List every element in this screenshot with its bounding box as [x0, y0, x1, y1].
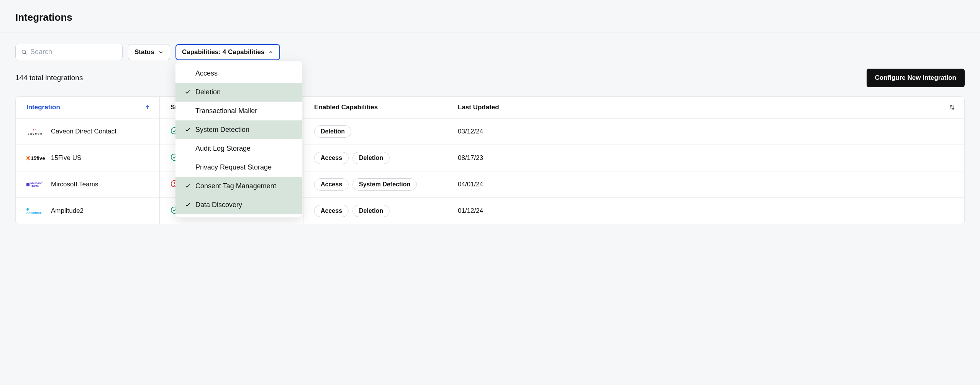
integration-logo: ◉ Amplitude	[26, 206, 44, 216]
column-header-enabled-capabilities[interactable]: Enabled Capabilities	[303, 97, 447, 118]
chevron-down-icon	[158, 49, 164, 55]
capabilities-dropdown-item[interactable]: Deletion	[175, 83, 302, 102]
capabilities-filter-label: Capabilities: 4 Capabilities	[182, 48, 264, 56]
search-box[interactable]	[15, 44, 123, 60]
configure-new-integration-button[interactable]: Configure New Integration	[867, 69, 965, 87]
page-header: Integrations	[0, 0, 980, 33]
integrations-table-wrap: Integration Status Enabled Capabilities …	[0, 87, 980, 224]
table-row[interactable]: TMicrosoft TeamsMircosoft TeamsAccessSys…	[16, 171, 964, 198]
check-icon	[185, 183, 192, 189]
integration-name: 15Five US	[51, 154, 81, 162]
table-row[interactable]: ✳15five15Five USAccessDeletion08/17/23	[16, 145, 964, 171]
sort-asc-icon	[145, 104, 150, 110]
svg-point-0	[22, 50, 26, 53]
sort-both-icon	[949, 104, 955, 110]
total-integrations-count: 144 total integrations	[15, 74, 83, 82]
dropdown-item-label: Transactional Mailer	[195, 107, 257, 115]
subbar: 144 total integrations Configure New Int…	[0, 60, 980, 87]
integration-logo: ◠caveon	[26, 126, 44, 137]
capabilities-dropdown-item[interactable]: Privacy Request Storage	[175, 158, 302, 177]
capabilities-dropdown-item[interactable]: Audit Log Storage	[175, 139, 302, 158]
capability-chip: System Detection	[352, 178, 417, 191]
dropdown-item-label: Deletion	[195, 88, 221, 96]
last-updated-cell: 04/01/24	[447, 171, 964, 198]
capabilities-dropdown-item[interactable]: Data Discovery	[175, 196, 302, 214]
capability-chip: Deletion	[352, 152, 390, 164]
capabilities-filter[interactable]: Capabilities: 4 Capabilities	[175, 44, 280, 60]
last-updated-cell: 08/17/23	[447, 145, 964, 171]
integration-logo: TMicrosoft Teams	[26, 179, 44, 190]
capability-chip: Access	[314, 205, 349, 217]
search-input[interactable]	[30, 48, 119, 56]
dropdown-item-label: Access	[195, 69, 218, 77]
column-header-last-updated[interactable]: Last Updated	[447, 97, 964, 118]
svg-point-9	[174, 185, 175, 185]
check-icon	[185, 202, 192, 208]
capabilities-dropdown-item[interactable]: Transactional Mailer	[175, 102, 302, 120]
integration-name: Caveon Direct Contact	[51, 128, 116, 135]
dropdown-item-label: Audit Log Storage	[195, 145, 251, 153]
check-icon	[185, 89, 192, 95]
svg-line-1	[25, 53, 26, 54]
last-updated-cell: 01/12/24	[447, 198, 964, 224]
dropdown-item-label: System Detection	[195, 126, 249, 134]
integration-logo: ✳15five	[26, 153, 44, 163]
table-row[interactable]: ◉ AmplitudeAmplitude2AccessDeletion01/12…	[16, 198, 964, 224]
last-updated-cell: 03/12/24	[447, 118, 964, 145]
page-title: Integrations	[15, 12, 965, 23]
chevron-up-icon	[268, 49, 274, 55]
capability-chip: Access	[314, 178, 349, 191]
capabilities-dropdown-item[interactable]: Consent Tag Management	[175, 177, 302, 196]
dropdown-item-label: Consent Tag Management	[195, 182, 276, 190]
check-icon	[185, 127, 192, 133]
integration-name: Amplitude2	[51, 207, 84, 215]
dropdown-item-label: Data Discovery	[195, 201, 242, 209]
status-filter-label: Status	[134, 48, 154, 56]
status-filter[interactable]: Status	[128, 44, 170, 60]
capabilities-dropdown-item[interactable]: Access	[175, 64, 302, 83]
integrations-table: Integration Status Enabled Capabilities …	[15, 96, 965, 224]
capability-chip: Access	[314, 152, 349, 164]
capability-chip: Deletion	[314, 125, 351, 138]
filters-toolbar: Status Capabilities: 4 Capabilities	[0, 33, 980, 60]
capability-chip: Deletion	[352, 205, 390, 217]
search-icon	[21, 49, 27, 55]
capabilities-dropdown[interactable]: AccessDeletionTransactional MailerSystem…	[175, 61, 302, 217]
capabilities-dropdown-item[interactable]: System Detection	[175, 120, 302, 139]
integration-name: Mircosoft Teams	[51, 181, 98, 188]
column-header-integration[interactable]: Integration	[16, 97, 159, 118]
table-row[interactable]: ◠caveonCaveon Direct ContactDeletion03/1…	[16, 118, 964, 145]
dropdown-item-label: Privacy Request Storage	[195, 163, 272, 171]
